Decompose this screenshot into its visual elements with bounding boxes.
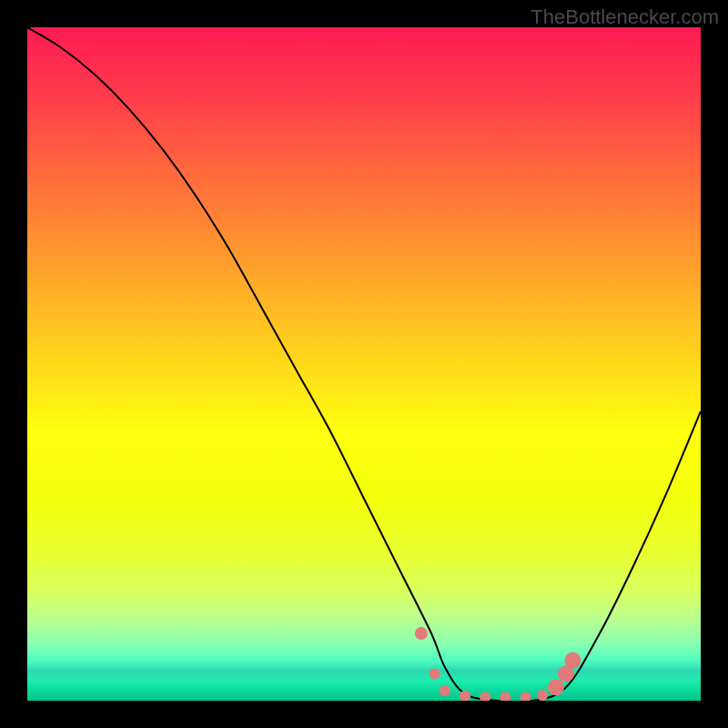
marker-dot xyxy=(430,668,440,679)
marker-dot xyxy=(537,690,548,701)
marker-dot xyxy=(440,685,450,696)
marker-dot xyxy=(415,627,428,640)
marker-dot xyxy=(521,692,531,701)
marker-dot xyxy=(480,692,490,701)
curve-markers xyxy=(415,627,581,701)
chart-svg xyxy=(27,27,701,701)
plot-area xyxy=(27,27,701,701)
bottleneck-curve xyxy=(27,27,701,701)
watermark-text: TheBottlenecker.com xyxy=(531,5,719,29)
marker-dot xyxy=(548,679,564,695)
marker-dot xyxy=(564,652,581,669)
marker-dot xyxy=(500,692,511,701)
